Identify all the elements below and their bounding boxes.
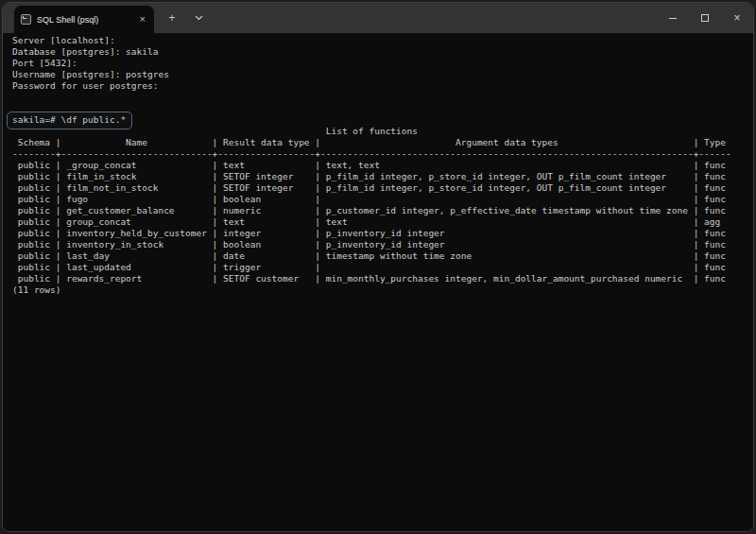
minimize-button[interactable]	[657, 3, 689, 33]
tab-close-button[interactable]: ×	[138, 14, 147, 25]
tab-sql-shell[interactable]: SQL Shell (psql) ×	[14, 6, 154, 33]
new-tab-button[interactable]: +	[163, 9, 180, 26]
window-controls: ×	[657, 3, 753, 33]
app-window: SQL Shell (psql) × + × Server [loca	[2, 2, 754, 532]
prompt-text: sakila=# \df public.*	[12, 114, 126, 125]
tab-title: SQL Shell (psql)	[37, 15, 132, 25]
tab-dropdown-button[interactable]	[190, 9, 207, 26]
titlebar: SQL Shell (psql) × + ×	[3, 3, 753, 33]
maximize-icon	[701, 14, 709, 22]
chevron-down-icon	[195, 15, 203, 21]
close-icon: ×	[140, 13, 146, 25]
plus-icon: +	[168, 12, 175, 24]
prompt-line: sakila=# \df public.*	[12, 114, 753, 126]
close-icon: ×	[733, 12, 740, 24]
result-footer: (11 rows)	[12, 284, 753, 296]
connection-output: Server [localhost]: Database [postgres]:…	[12, 35, 753, 92]
minimize-icon	[669, 18, 677, 19]
terminal-icon	[21, 14, 31, 25]
prompt-highlight: sakila=# \df public.*	[7, 112, 132, 129]
terminal-screen[interactable]: Server [localhost]: Database [postgres]:…	[3, 33, 753, 531]
close-button[interactable]: ×	[721, 3, 753, 33]
maximize-button[interactable]	[689, 3, 721, 33]
query-result: List of functions Schema | Name | Result…	[12, 126, 753, 284]
